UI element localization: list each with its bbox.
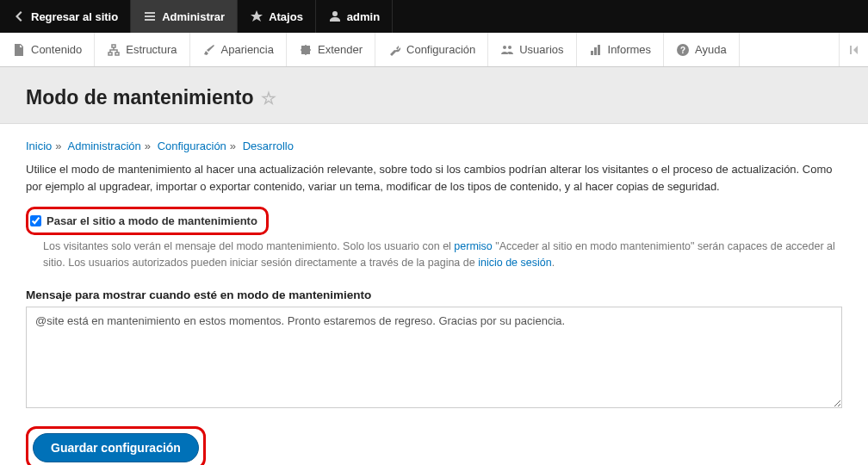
menu-help[interactable]: ? Ayuda [664, 33, 740, 66]
menu-content[interactable]: Contenido [0, 33, 95, 66]
menu-content-label: Contenido [31, 43, 82, 56]
menu-reports[interactable]: Informes [577, 33, 665, 66]
toolbar: Regresar al sitio Administrar Atajos adm… [0, 0, 868, 33]
hamburger-icon [143, 9, 157, 23]
content-region: Inicio» Administración» Configuración» D… [0, 124, 868, 465]
back-to-site[interactable]: Regresar al sitio [0, 0, 131, 33]
permission-link[interactable]: permiso [454, 240, 492, 252]
shortcuts-label: Atajos [269, 10, 303, 23]
maintenance-message-textarea[interactable] [26, 307, 842, 408]
highlight-maintenance-checkbox: Pasar el sitio a modo de mantenimiento [26, 207, 269, 235]
puzzle-icon [299, 43, 313, 57]
user-icon [328, 9, 342, 23]
maintenance-message-label: Mensaje para mostrar cuando esté en modo… [26, 288, 842, 301]
star-icon [250, 9, 264, 23]
back-label: Regresar al sitio [31, 10, 118, 23]
highlight-save-button: Guardar configuración [26, 426, 206, 466]
arrow-left-bar-icon [847, 43, 861, 57]
shortcuts-toggle[interactable]: Atajos [238, 0, 316, 33]
menu-users-label: Usuarios [519, 43, 563, 56]
breadcrumb-config[interactable]: Configuración [158, 140, 226, 152]
page-title-region: Modo de mantenimiento ☆ [0, 67, 868, 124]
menu-appearance-label: Apariencia [221, 43, 274, 56]
users-icon [500, 43, 514, 57]
menu-reports-label: Informes [608, 43, 652, 56]
user-label: admin [347, 10, 380, 23]
manage-toggle[interactable]: Administrar [131, 0, 238, 33]
chevron-left-icon [12, 9, 26, 23]
manage-label: Administrar [162, 10, 225, 23]
login-link[interactable]: inicio de sesión [478, 257, 551, 269]
orientation-toggle[interactable] [839, 33, 868, 66]
structure-icon [107, 43, 121, 57]
menu-help-label: Ayuda [695, 43, 727, 56]
breadcrumb: Inicio» Administración» Configuración» D… [26, 140, 842, 152]
bar-chart-icon [589, 43, 603, 57]
maintenance-checkbox-row[interactable]: Pasar el sitio a modo de mantenimiento [28, 209, 266, 232]
maintenance-mode-checkbox[interactable] [30, 215, 41, 226]
maintenance-checkbox-label: Pasar el sitio a modo de mantenimiento [46, 214, 257, 227]
svg-text:?: ? [680, 46, 685, 55]
menu-appearance[interactable]: Apariencia [190, 33, 287, 66]
user-menu[interactable]: admin [316, 0, 393, 33]
menu-structure-label: Estructura [126, 43, 177, 56]
page-description: Utilice el modo de mantenimiento al hace… [26, 161, 842, 195]
breadcrumb-dev[interactable]: Desarrollo [243, 140, 294, 152]
admin-menu: Contenido Estructura Apariencia Extender… [0, 33, 868, 67]
menu-users[interactable]: Usuarios [488, 33, 576, 66]
favorite-star-icon[interactable]: ☆ [261, 88, 276, 108]
menu-structure[interactable]: Estructura [95, 33, 189, 66]
breadcrumb-home[interactable]: Inicio [26, 140, 52, 152]
menu-config-label: Configuración [406, 43, 475, 56]
menu-extend-label: Extender [318, 43, 363, 56]
file-icon [12, 43, 26, 57]
help-icon: ? [676, 43, 690, 57]
wrench-icon [388, 43, 401, 57]
page-title: Modo de mantenimiento [26, 86, 254, 109]
maintenance-help-text: Los visitantes solo verán el mensaje del… [26, 239, 842, 271]
brush-icon [202, 43, 216, 57]
menu-extend[interactable]: Extender [287, 33, 375, 66]
breadcrumb-admin[interactable]: Administración [68, 140, 141, 152]
menu-config[interactable]: Configuración [375, 33, 488, 66]
save-configuration-button[interactable]: Guardar configuración [33, 433, 199, 462]
